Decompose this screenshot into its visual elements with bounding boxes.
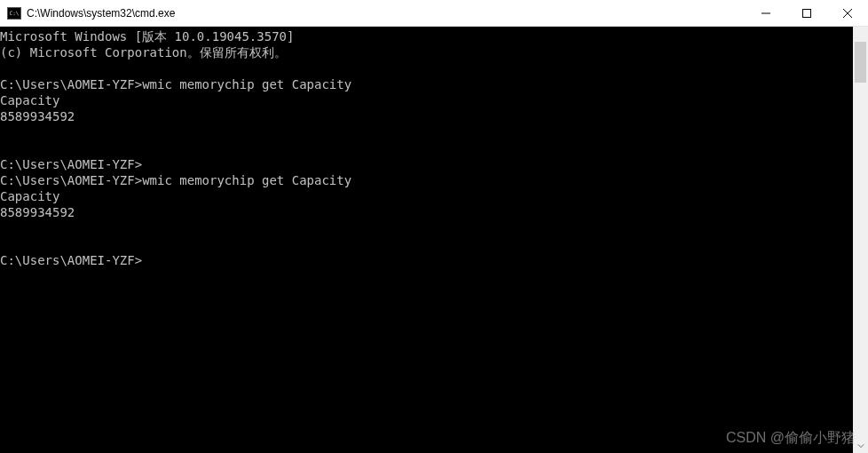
window-title: C:\Windows\system32\cmd.exe	[27, 7, 175, 20]
close-icon	[843, 9, 852, 18]
maximize-button[interactable]	[786, 0, 827, 26]
watermark-text: CSDN @偷偷小野猪	[726, 430, 856, 446]
terminal-output: Microsoft Windows [版本 10.0.19045.3570] (…	[0, 28, 853, 268]
terminal-area[interactable]: Microsoft Windows [版本 10.0.19045.3570] (…	[0, 27, 868, 453]
scroll-thumb[interactable]	[855, 42, 866, 83]
vertical-scrollbar[interactable]	[853, 27, 868, 453]
cmd-icon	[7, 7, 21, 20]
scroll-down-button[interactable]	[853, 438, 868, 453]
maximize-icon	[802, 9, 811, 18]
minimize-icon	[761, 9, 770, 18]
window-controls	[746, 0, 868, 26]
close-button[interactable]	[827, 0, 868, 26]
minimize-button[interactable]	[746, 0, 786, 26]
titlebar-left: C:\Windows\system32\cmd.exe	[0, 7, 175, 20]
chevron-down-icon	[857, 442, 864, 449]
window-titlebar[interactable]: C:\Windows\system32\cmd.exe	[0, 0, 868, 27]
svg-rect-1	[803, 9, 811, 17]
